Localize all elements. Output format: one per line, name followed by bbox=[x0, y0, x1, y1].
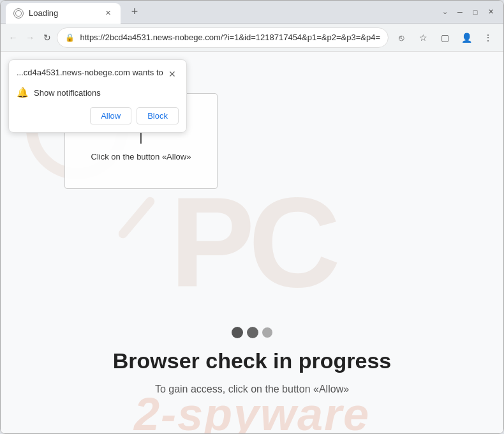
dot-2 bbox=[247, 327, 258, 338]
main-heading: Browser check in progress bbox=[113, 348, 392, 373]
bell-icon: 🔔 bbox=[17, 87, 29, 98]
popup-close-button[interactable]: ✕ bbox=[166, 68, 179, 80]
bookmark-button[interactable]: ☆ bbox=[413, 27, 433, 48]
allow-button[interactable]: Allow bbox=[90, 107, 131, 124]
reload-button[interactable]: ↻ bbox=[40, 27, 55, 48]
lock-icon: 🔒 bbox=[65, 33, 75, 42]
back-button[interactable]: ← bbox=[6, 27, 20, 48]
address-bar[interactable]: 🔒 https://2bcd4a4531.news-nobege.com/?i=… bbox=[57, 27, 389, 48]
title-bar: Loading ✕ + ⌄ ─ □ ✕ bbox=[1, 1, 503, 24]
url-text: https://2bcd4a4531.news-nobege.com/?i=1&… bbox=[80, 33, 380, 42]
split-screen-button[interactable]: ▢ bbox=[434, 27, 455, 48]
new-tab-button[interactable]: + bbox=[126, 3, 144, 21]
window-controls: ⌄ ─ □ ✕ bbox=[440, 7, 498, 17]
main-subtext: To gain access, click on the button «All… bbox=[155, 384, 349, 395]
tab-favicon bbox=[13, 8, 24, 19]
tab-title: Loading bbox=[29, 8, 98, 18]
share-button[interactable]: ⎋ bbox=[391, 27, 411, 48]
browser-window: Loading ✕ + ⌄ ─ □ ✕ ← → ↻ 🔒 https://2bcd… bbox=[0, 0, 504, 434]
popup-title: ...cd4a4531.news-nobege.com wants to bbox=[17, 68, 163, 77]
profile-button[interactable]: 👤 bbox=[456, 27, 477, 48]
loading-dots bbox=[232, 327, 272, 338]
tab-strip: Loading ✕ + bbox=[6, 2, 440, 22]
popup-buttons: Allow Block bbox=[17, 107, 179, 124]
navigation-bar: ← → ↻ 🔒 https://2bcd4a4531.news-nobege.c… bbox=[1, 24, 503, 52]
watermark-text: PC bbox=[170, 169, 334, 316]
mag-handle bbox=[117, 195, 156, 240]
popup-notification-row: 🔔 Show notifications bbox=[17, 87, 179, 98]
block-button[interactable]: Block bbox=[137, 107, 179, 124]
tab-close-button[interactable]: ✕ bbox=[103, 8, 113, 19]
maximize-button[interactable]: □ bbox=[470, 7, 480, 17]
close-button[interactable]: ✕ bbox=[485, 7, 496, 17]
dot-3 bbox=[262, 327, 272, 338]
popup-notification-text: Show notifications bbox=[34, 88, 101, 98]
popup-header: ...cd4a4531.news-nobege.com wants to ✕ bbox=[17, 68, 179, 80]
active-tab[interactable]: Loading ✕ bbox=[6, 3, 121, 24]
main-content: Browser check in progress To gain access… bbox=[1, 327, 503, 395]
bottom-watermark: 2-spyware bbox=[1, 395, 503, 433]
page-content: PC ...cd4a4531.news-nobege.com wants to … bbox=[1, 52, 503, 433]
dot-1 bbox=[232, 327, 243, 338]
tab-strip-expand-button[interactable]: ⌄ bbox=[440, 7, 450, 17]
forward-button[interactable]: → bbox=[23, 27, 38, 48]
menu-button[interactable]: ⋮ bbox=[478, 27, 498, 48]
minimize-button[interactable]: ─ bbox=[455, 7, 465, 17]
nav-right-buttons: ⎋ ☆ ▢ 👤 ⋮ bbox=[391, 27, 498, 48]
instruction-text: Click on the button «Allow» bbox=[91, 152, 191, 161]
notification-popup: ...cd4a4531.news-nobege.com wants to ✕ 🔔… bbox=[8, 59, 187, 133]
